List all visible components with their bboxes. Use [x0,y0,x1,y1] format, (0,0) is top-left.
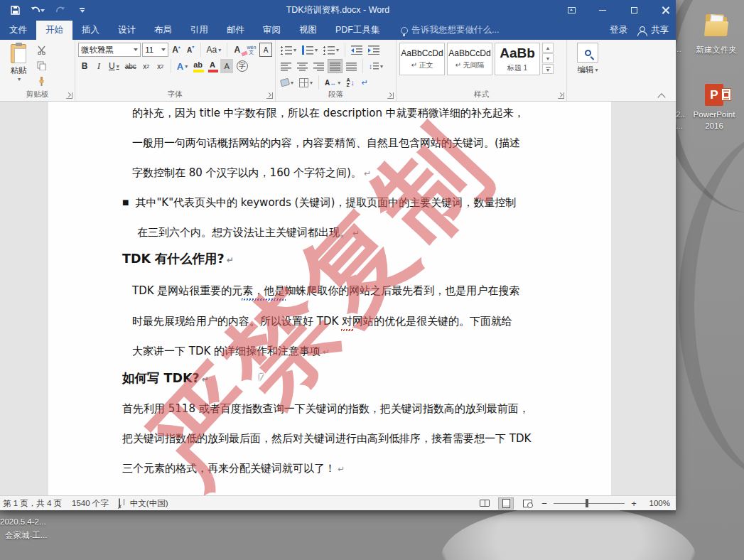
tab-review[interactable]: 审阅 [254,21,290,40]
align-right-button[interactable] [311,59,326,73]
sign-in-button[interactable]: 登录 [610,24,627,36]
read-mode-button[interactable] [477,497,492,510]
format-painter-button[interactable] [37,76,46,89]
style-no-spacing[interactable]: AaBbCcDd ↵ 无间隔 [447,43,492,75]
quick-access-toolbar [9,4,85,17]
desktop-icon-powerpoint[interactable]: P [705,84,732,106]
proofing-status-button[interactable] [119,499,120,507]
enclose-characters-button[interactable]: 字 [234,59,250,73]
text-highlight-color-button[interactable]: ab [191,59,205,73]
minimize-button[interactable] [596,4,609,17]
shrink-font-button[interactable]: A [184,43,197,57]
character-shading-button[interactable]: A [220,59,233,73]
paragraph-dialog-launcher[interactable] [387,92,394,99]
align-center-button[interactable] [295,59,310,73]
font-dialog-launcher[interactable] [266,92,273,99]
styles-more-button[interactable]: ▼ [542,64,554,74]
tab-home[interactable]: 开始 [36,21,72,40]
style-heading-1[interactable]: AaBb 标题 1 [495,43,540,75]
web-layout-button[interactable] [519,497,535,510]
share-button[interactable]: 共享 [637,24,669,36]
zoom-slider-handle[interactable] [586,499,588,507]
change-case-button[interactable]: Aa [205,43,223,57]
tab-layout[interactable]: 布局 [145,21,181,40]
doc-line: 的补充，因为 title 中字数有限，所以在 description 中就要稍微… [132,107,524,120]
underline-button[interactable]: U [107,59,122,73]
styles-scroll-up-button[interactable]: ▲ [542,43,554,53]
style-normal[interactable]: AaBbCcDd ↵ 正文 [399,43,445,75]
increase-indent-button[interactable] [366,43,382,57]
window-drop-shadow [0,510,676,516]
styles-gallery-scroll: ▲ ▼ ▼ [542,43,554,90]
clear-formatting-button[interactable]: A [231,43,244,57]
document-page[interactable]: 的补充，因为 title 中字数有限，所以在 description 中就要稍微… [48,102,611,495]
paste-button[interactable]: 粘贴 [3,43,34,90]
undo-button[interactable] [28,4,47,17]
customize-quick-access-toolbar-button[interactable] [80,8,85,13]
editing-dropdown[interactable]: 编辑 [577,65,598,75]
subscript-button[interactable]: x2 [140,59,153,73]
undo-dropdown[interactable] [41,9,45,12]
clipped-desktop-label[interactable]: 金家城-工... [5,530,66,541]
clipboard-dialog-launcher[interactable] [66,92,72,99]
font-size-combobox[interactable]: 11 [142,43,168,57]
save-button[interactable] [9,4,21,17]
tab-insert[interactable]: 插入 [72,21,109,40]
doc-line: 字数控制在 80 个汉字以内，160 个字符之间)。↵ [132,166,371,180]
clipped-desktop-label[interactable]: 2020.5.4-2... [0,517,65,526]
bullets-button[interactable] [279,43,298,57]
superscript-button[interactable]: x2 [154,59,167,73]
numbering-button[interactable] [300,43,320,57]
styles-dialog-launcher[interactable] [558,92,564,99]
close-button[interactable] [659,4,672,17]
line-spacing-button[interactable] [367,59,385,73]
zoom-level[interactable]: 100% [643,499,670,507]
zoom-slider[interactable] [554,499,625,507]
sort-button[interactable]: AZ↓ [344,75,357,90]
cut-button[interactable] [37,45,46,58]
font-color-button[interactable]: A [206,59,219,73]
align-left-button[interactable] [279,59,293,73]
collapse-ribbon-button[interactable] [659,94,666,98]
bold-button[interactable]: B [78,59,91,73]
phonetic-guide-button[interactable]: wén文 [245,43,258,57]
find-button[interactable] [577,43,598,63]
desktop-icon-new-folder[interactable] [704,13,728,40]
italic-button[interactable]: I [92,59,105,73]
multilevel-list-button[interactable] [321,43,341,57]
grow-font-button[interactable]: A [170,43,183,57]
page-indicator[interactable]: 第 1 页，共 4 页 [3,498,62,509]
maximize-button[interactable] [627,4,640,17]
copy-button[interactable] [37,60,46,73]
tab-design[interactable]: 设计 [109,21,145,40]
character-border-button[interactable]: A [259,43,272,57]
desktop-label-powerpoint-2016[interactable]: 2016 [684,122,744,130]
zoom-out-button[interactable]: − [541,498,548,509]
tab-references[interactable]: 引用 [181,21,217,40]
decrease-indent-button[interactable] [349,43,365,57]
text-effects-button[interactable]: A [175,59,190,73]
justify-button[interactable] [328,59,343,73]
tab-pdf-tools[interactable]: PDF工具集 [326,21,389,40]
styles-scroll-down-button[interactable]: ▼ [542,53,554,63]
shading-button[interactable] [279,75,296,90]
tab-mailings[interactable]: 邮件 [217,21,254,40]
language-indicator[interactable]: 中文(中国) [130,498,168,509]
word-count[interactable]: 1540 个字 [72,498,109,509]
desktop-label-new-folder[interactable]: 新建文件夹 [688,45,744,55]
character-scaling-button[interactable]: A [323,75,343,90]
borders-button[interactable] [297,75,315,90]
redo-button[interactable] [54,4,67,17]
zoom-in-button[interactable]: + [630,498,637,509]
desktop-label-powerpoint[interactable]: PowerPoint [684,110,744,119]
strikethrough-button[interactable]: abc [123,59,139,73]
tell-me-box[interactable]: 告诉我您想要做什么... [401,21,500,40]
font-name-combobox[interactable]: 微软雅黑 [78,43,141,57]
show-hide-marks-button[interactable]: ↵ [358,75,371,90]
tab-view[interactable]: 视图 [290,21,326,40]
print-layout-button[interactable] [498,497,514,510]
doc-heading: 如何写 TDK?↵ [122,370,209,387]
ribbon-display-options-button[interactable] [565,4,578,17]
tab-file[interactable]: 文件 [0,21,36,40]
distribute-button[interactable] [344,59,359,73]
